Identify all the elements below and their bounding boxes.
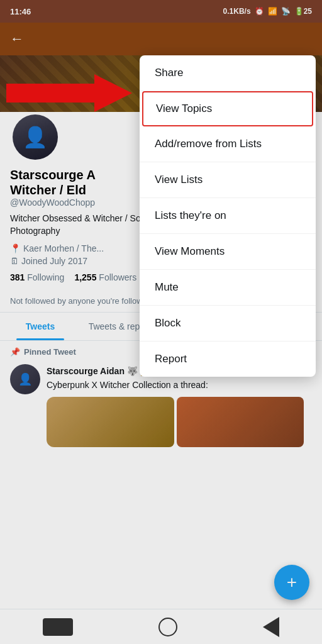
dropdown-item-add-remove-lists[interactable]: Add/remove from Lists bbox=[140, 126, 316, 162]
dropdown-menu: Share View Topics Add/remove from Lists … bbox=[140, 55, 316, 377]
dropdown-item-view-lists[interactable]: View Lists bbox=[140, 162, 316, 198]
dropdown-item-mute[interactable]: Mute bbox=[140, 270, 316, 306]
dropdown-item-view-topics[interactable]: View Topics bbox=[142, 91, 313, 126]
dropdown-item-lists-on[interactable]: Lists they're on bbox=[140, 198, 316, 234]
dropdown-item-report[interactable]: Report bbox=[140, 341, 316, 377]
dropdown-item-share[interactable]: Share bbox=[140, 55, 316, 91]
dropdown-item-view-moments[interactable]: View Moments bbox=[140, 234, 316, 270]
dropdown-item-block[interactable]: Block bbox=[140, 306, 316, 341]
